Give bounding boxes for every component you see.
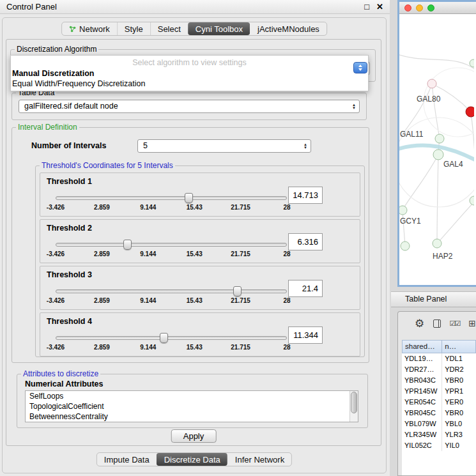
tick-label: -3.426 — [47, 204, 65, 211]
threshold-4-value-field[interactable]: 11.344 — [288, 326, 323, 344]
number-of-intervals-combobox[interactable]: 5 ▲▼ — [137, 139, 311, 153]
zoom-traffic-light[interactable] — [427, 4, 434, 12]
table-cell[interactable]: YBR0 — [442, 408, 476, 418]
threshold-1-slider[interactable] — [56, 196, 287, 200]
network-node[interactable] — [399, 206, 407, 215]
table-row[interactable]: YPR145WYPR1 — [402, 386, 476, 397]
table-cell[interactable]: YLR3 — [442, 429, 476, 440]
network-view-window: GAL80 GAL11 GAL4 GCY1 HAP2 — [397, 0, 476, 287]
tick-label: 2.859 — [94, 344, 110, 351]
threshold-3-slider[interactable] — [56, 289, 287, 293]
slider-thumb[interactable] — [123, 240, 132, 250]
tab-label: Style — [125, 24, 143, 34]
table-row[interactable]: YBL079WYBL0 — [402, 418, 476, 429]
table-cell[interactable]: YBL0 — [442, 418, 476, 429]
float-window-icon[interactable]: □ — [364, 3, 369, 11]
table-cell[interactable]: YDL19… — [402, 353, 442, 364]
tab-network[interactable]: Network — [62, 22, 117, 35]
threshold-1-box: Threshold 1 -3.4262.8599.14415.4321.7152… — [40, 173, 360, 217]
threshold-2-value-field[interactable]: 6.316 — [288, 233, 323, 250]
dropdown-option-equal-width-frequency[interactable]: Equal Width/Frequency Discretization — [11, 79, 368, 89]
column-header-shared-name[interactable]: shared… — [402, 340, 442, 353]
network-node[interactable] — [470, 196, 474, 205]
grid-icon[interactable]: ⊞ — [468, 318, 476, 328]
tab-infer-network[interactable]: Infer Network — [227, 453, 291, 466]
table-row[interactable]: YDL19…YDL1 — [402, 353, 476, 364]
network-node[interactable] — [401, 242, 410, 250]
table-cell[interactable]: YBR0 — [442, 375, 476, 386]
table-cell[interactable]: YDR27… — [402, 364, 442, 375]
network-node[interactable] — [433, 150, 443, 160]
group-title: Threshold's Coordinates for 5 Intervals — [40, 161, 175, 170]
slider-scale: -3.4262.8599.14415.4321.71528 — [56, 204, 287, 211]
tab-impute-data[interactable]: Impute Data — [97, 453, 157, 466]
threshold-1-value-field[interactable]: 14.713 — [288, 187, 323, 204]
threshold-3-value-field[interactable]: 21.4 — [288, 280, 323, 297]
table-row[interactable]: YER054CYER0 — [402, 397, 476, 408]
stepper-arrows-icon[interactable]: ▲▼ — [352, 100, 356, 112]
tab-discretize-data[interactable]: Discretize Data — [157, 453, 227, 466]
select-all-checks-icon[interactable]: ☑☑ — [450, 319, 460, 328]
dropdown-option-manual-discretization[interactable]: Manual Discretization — [11, 68, 368, 79]
tick-label: -3.426 — [47, 250, 65, 257]
attribute-item[interactable]: SelfLoops — [26, 391, 358, 401]
attribute-item[interactable]: TopologicalCoefficient — [26, 401, 358, 411]
threshold-2-slider[interactable] — [56, 243, 287, 247]
table-cell[interactable]: YBL079W — [402, 418, 442, 429]
network-node[interactable] — [470, 59, 474, 67]
slider-thumb[interactable] — [160, 333, 168, 343]
table-row[interactable]: YDR27…YDR2 — [402, 364, 476, 375]
attribute-item[interactable]: BetweennessCentrality — [26, 411, 358, 422]
table-row[interactable]: YBR045CYBR0 — [402, 408, 476, 418]
table-panel-header[interactable]: Table Panel — [391, 291, 476, 307]
node-label: HAP2 — [433, 252, 453, 261]
table-cell[interactable]: YPR1 — [442, 386, 476, 397]
tick-label: 28 — [283, 297, 290, 304]
table-cell[interactable]: YBR045C — [402, 408, 442, 418]
threshold-4-slider[interactable] — [56, 336, 287, 340]
tab-style[interactable]: Style — [117, 22, 150, 35]
table-row[interactable]: YLR345WYLR3 — [402, 429, 476, 440]
tick-label: -3.426 — [47, 344, 65, 351]
columns-icon[interactable] — [433, 319, 440, 328]
table-cell[interactable]: YDR2 — [442, 364, 476, 375]
tick-label: 9.144 — [140, 297, 156, 304]
table-row[interactable]: YIL052CYIL0 — [402, 440, 476, 451]
network-node[interactable] — [435, 134, 444, 143]
tab-select[interactable]: Select — [150, 22, 188, 35]
network-node-labels: GAL80 GAL11 GAL4 GCY1 HAP2 — [400, 95, 463, 261]
slider-thumb[interactable] — [185, 193, 193, 203]
apply-button[interactable]: Apply — [171, 429, 217, 443]
column-header-name[interactable]: n… — [442, 340, 476, 353]
slider-thumb[interactable] — [233, 286, 242, 296]
table-cell[interactable]: YDL1 — [442, 353, 476, 364]
tick-label: 28 — [283, 250, 290, 257]
scrollbar-thumb[interactable] — [351, 392, 357, 413]
numerical-attributes-list[interactable]: SelfLoopsTopologicalCoefficientBetweenne… — [25, 390, 358, 422]
close-traffic-light[interactable] — [404, 4, 411, 12]
scrollbar[interactable] — [349, 391, 358, 422]
tick-label: 2.859 — [94, 297, 110, 304]
table-cell[interactable]: YLR345W — [402, 429, 442, 440]
table-data-combobox[interactable]: galFiltered.sif default node ▲▼ — [19, 100, 360, 113]
table-row[interactable]: YBR043CYBR0 — [402, 375, 476, 386]
table-cell[interactable]: YIL052C — [402, 440, 442, 451]
gear-icon[interactable]: ⚙ — [415, 318, 424, 329]
network-node[interactable] — [427, 79, 436, 88]
stepper-arrows-icon[interactable]: ▲▼ — [303, 140, 307, 152]
table-cell[interactable]: YIL0 — [442, 440, 476, 451]
network-node[interactable] — [433, 239, 441, 248]
tab-jactivemnodules[interactable]: jActiveMNodules — [250, 22, 326, 35]
table-cell[interactable]: YPR145W — [402, 386, 442, 397]
table-cell[interactable]: YER0 — [442, 397, 476, 408]
table-cell[interactable]: YBR043C — [402, 375, 442, 386]
threshold-4-box: Threshold 4 -3.4262.8599.14415.4321.7152… — [40, 312, 360, 357]
network-canvas[interactable]: GAL80 GAL11 GAL4 GCY1 HAP2 — [399, 14, 476, 285]
combobox-stepper-icon[interactable] — [353, 62, 367, 73]
tick-label: 15.43 — [187, 250, 203, 257]
table-cell[interactable]: YER054C — [402, 397, 442, 408]
tab-cyni-toolbox[interactable]: Cyni Toolbox — [188, 22, 250, 35]
minimize-traffic-light[interactable] — [416, 4, 423, 12]
network-node-selected[interactable] — [466, 107, 474, 117]
close-icon[interactable]: ✕ — [376, 3, 383, 11]
